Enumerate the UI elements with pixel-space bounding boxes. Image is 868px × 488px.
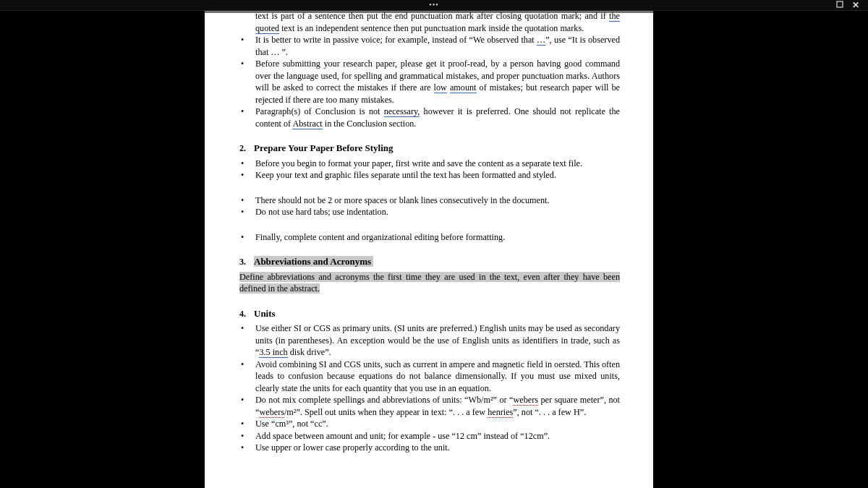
list-item: •Before you begin to format your paper, …	[239, 158, 620, 170]
text-selection: Abbreviations and Acronyms	[254, 256, 371, 267]
bullet-icon: •	[239, 231, 255, 244]
body-text: Finally, complete content and organizati…	[255, 231, 620, 244]
list-item: •Do not mix complete spellings and abbre…	[239, 394, 620, 418]
bullet-icon: •	[239, 194, 255, 207]
bullet-icon: •	[239, 158, 255, 170]
section-number: 3.	[239, 256, 254, 268]
grammar-underline: amount	[450, 82, 477, 93]
section-heading: 2. Prepare Your Paper Before Styling	[239, 142, 620, 155]
body-text: Use either SI or CGS as primary units. (…	[255, 322, 620, 359]
body-text: Do not use hard tabs; use indentation.	[255, 206, 620, 218]
list-item: •Do not use hard tabs; use indentation.	[239, 206, 620, 218]
page-content: text is part of a sentence then put the …	[239, 10, 620, 454]
section-heading: 3. Abbreviations and Acronyms	[239, 256, 620, 268]
body-text: Use “cm³”, not “cc”.	[255, 418, 620, 430]
list-item: • Paragraph(s) of Conclusion is not nece…	[239, 106, 620, 129]
bullet-icon: •	[239, 106, 255, 129]
bullet-icon: •	[239, 418, 255, 430]
grammar-underline: Abstract	[292, 119, 322, 129]
list-item: •Finally, complete content and organizat…	[239, 231, 620, 244]
list-item: •Use “cm³”, not “cc”.	[239, 418, 620, 430]
body-text: Do not mix complete spellings and abbrev…	[255, 394, 620, 418]
grammar-underline: low	[434, 82, 447, 93]
spell-underline: henries	[488, 407, 513, 418]
body-text: There should not be 2 or more spaces or …	[255, 194, 620, 207]
grammar-underline: necessary,	[384, 106, 420, 117]
grammar-underline: …	[537, 35, 545, 46]
bullet-icon: •	[239, 322, 255, 359]
list-item: •Keep your text and graphic files separa…	[239, 169, 620, 181]
section-number: 2.	[239, 142, 254, 155]
drag-handle-icon[interactable]: •••	[429, 2, 439, 8]
heading-text: Units	[254, 308, 276, 320]
text-selection: Define abbreviations and acronyms the fi…	[239, 272, 620, 294]
body-text: Before submitting your research paper, p…	[255, 58, 620, 106]
body-text: Use upper or lower case properly accordi…	[255, 442, 620, 454]
bullet-icon: •	[239, 206, 255, 218]
bullet-icon: •	[239, 169, 255, 181]
list-item: •Use either SI or CGS as primary units. …	[239, 322, 620, 359]
svg-rect-0	[837, 1, 843, 7]
viewport: text is part of a sentence then put the …	[0, 10, 868, 488]
list-item: •Avoid combining SI and CGS units, such …	[239, 359, 620, 395]
list-item: • It is better to write in passive voice…	[239, 34, 620, 58]
body-text: Before you begin to format your paper, f…	[255, 158, 620, 170]
document-page: text is part of a sentence then put the …	[205, 10, 653, 488]
spell-underline: webers	[513, 395, 538, 406]
bullet-icon	[239, 10, 255, 34]
list-item: text is part of a sentence then put the …	[239, 10, 620, 34]
list-item: • Before submitting your research paper,…	[239, 58, 620, 106]
bullet-icon: •	[239, 394, 255, 418]
list-item: •There should not be 2 or more spaces or…	[239, 194, 620, 207]
section-heading: 4. Units	[239, 308, 620, 320]
body-text: text is part of a sentence then put the …	[255, 10, 620, 34]
section-number: 4.	[239, 308, 254, 320]
bullet-icon: •	[239, 442, 255, 454]
title-bar: ••• ✕	[0, 0, 868, 11]
grammar-underline: 3.5 inch	[259, 347, 287, 358]
close-button[interactable]: ✕	[852, 0, 859, 11]
body-text: Keep your text and graphic files separat…	[255, 169, 620, 181]
heading-text: Abbreviations and Acronyms	[254, 256, 373, 268]
list-item: •Add space between amount and unit; for …	[239, 430, 620, 442]
list-item: •Use upper or lower case properly accord…	[239, 442, 620, 454]
heading-text: Prepare Your Paper Before Styling	[254, 142, 393, 155]
spell-underline: webers	[259, 407, 284, 418]
bullet-icon: •	[239, 430, 255, 442]
maximize-button[interactable]	[836, 1, 843, 9]
body-text: Add space between amount and unit; for e…	[255, 430, 620, 442]
bullet-icon: •	[239, 359, 255, 395]
body-text: Paragraph(s) of Conclusion is not necess…	[255, 106, 620, 129]
bullet-icon: •	[239, 58, 255, 106]
bullet-icon: •	[239, 34, 255, 58]
body-text: Avoid combining SI and CGS units, such a…	[255, 359, 620, 395]
body-text: It is better to write in passive voice; …	[255, 34, 620, 58]
body-text: Define abbreviations and acronyms the fi…	[239, 271, 620, 295]
